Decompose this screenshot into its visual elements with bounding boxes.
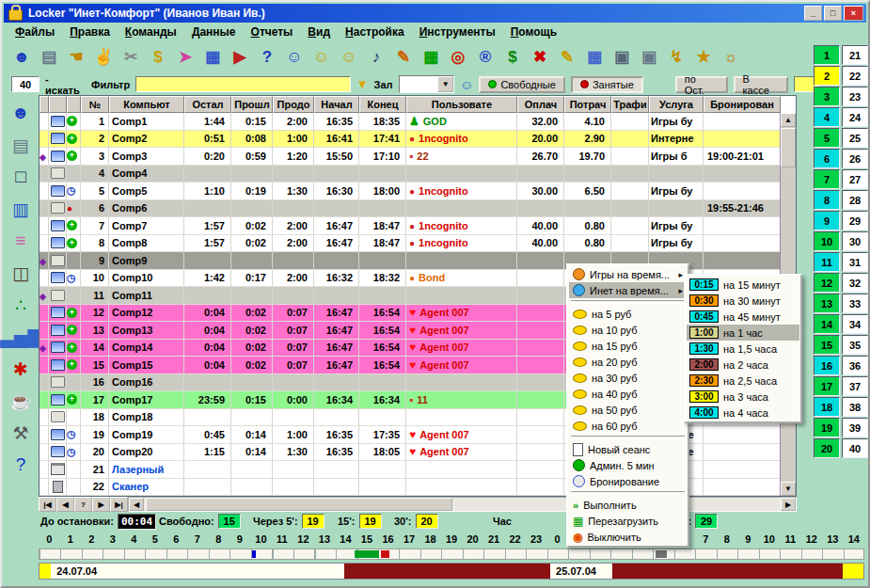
computer-cell[interactable]: 16 [814, 356, 840, 375]
run-icon[interactable]: ▶ [229, 46, 250, 69]
free-computers-button[interactable]: Свободные [479, 76, 564, 93]
cup-icon[interactable]: ☕ [7, 389, 35, 413]
chart-icon[interactable]: ▃▅▇ [7, 325, 35, 349]
computer-cell[interactable]: 35 [842, 335, 868, 355]
computer-cell[interactable]: 14 [814, 314, 840, 334]
computer-cell[interactable]: 1 [814, 45, 840, 65]
computer-cell[interactable]: 20 [814, 438, 840, 458]
table-row[interactable]: 1 Comp1 1:44 0:15 2:00 16:35 18:35 GOD 3… [40, 113, 781, 131]
column-header[interactable]: Пользовате [406, 96, 517, 113]
computer-cell[interactable]: 33 [842, 294, 868, 313]
scissors-icon[interactable]: ✂ [120, 46, 141, 69]
submenu-item[interactable]: 1:00 на 1 час [687, 325, 799, 341]
computer-cell[interactable]: 30 [842, 231, 868, 251]
menu-item[interactable]: Отчеты [244, 24, 301, 40]
computer-cell[interactable]: 6 [814, 149, 840, 168]
table-row[interactable]: 3 Comp3 0:20 0:59 1:20 15:50 17:10 22 26… [40, 148, 781, 166]
menu-item[interactable]: Правка [62, 24, 118, 40]
context-menu-item[interactable]: Новый сеанс [569, 441, 687, 457]
scroll-right-icon[interactable]: ▶ [781, 498, 796, 511]
computer-cell[interactable]: 9 [814, 211, 840, 230]
computer-cell[interactable]: 32 [842, 273, 868, 293]
menu-item[interactable]: Настройка [338, 24, 412, 40]
computer-cell[interactable]: 7 [814, 169, 840, 189]
busy-computers-button[interactable]: Занятые [571, 76, 643, 93]
context-menu-item[interactable]: на 30 руб [569, 370, 687, 386]
column-header[interactable]: Услуга [649, 96, 704, 113]
victory-hand-icon[interactable]: ✌ [93, 46, 114, 69]
computer-cell[interactable]: 12 [814, 273, 840, 293]
menu-item[interactable]: Файлы [8, 24, 62, 40]
column-header[interactable]: № [81, 96, 109, 113]
context-menu-item[interactable]: Перезагрузить [569, 513, 687, 529]
context-menu-item[interactable]: на 20 руб [569, 354, 687, 370]
money-icon[interactable]: $ [502, 46, 523, 69]
network-icon[interactable]: ∴ [7, 293, 35, 317]
context-menu-item[interactable]: на 50 руб [569, 402, 687, 418]
submenu-item[interactable]: 0:30 на 30 минут [687, 293, 799, 309]
coins-icon[interactable]: $ [148, 46, 168, 69]
flowchart-icon[interactable]: ≡ [7, 229, 35, 253]
column-header[interactable]: Начал [314, 96, 359, 113]
registered-icon[interactable]: ® [475, 46, 496, 69]
nav-button[interactable]: ▶| [110, 497, 128, 512]
menu-item[interactable]: Помощь [503, 24, 564, 40]
by-remaining-button[interactable]: по Ост. [675, 76, 728, 93]
menu-item[interactable]: Вид [300, 24, 338, 40]
filter-input[interactable] [135, 76, 351, 92]
scroll-down-icon[interactable]: ▼ [781, 482, 796, 496]
scroll-left-icon[interactable]: ◀ [129, 498, 144, 511]
ticket-icon[interactable]: ✎ [557, 46, 577, 69]
submenu-item[interactable]: 0:15 на 15 минут [687, 277, 799, 293]
nav-button[interactable]: ? [74, 497, 92, 512]
hscroll-thumb[interactable] [146, 498, 452, 511]
column-header[interactable]: Продо [273, 96, 314, 113]
computer-cell[interactable]: 40 [842, 438, 868, 458]
computer-cell[interactable]: 38 [842, 397, 868, 417]
in-cash-button[interactable]: В кассе [734, 76, 788, 93]
context-menu-item[interactable]: на 15 руб [569, 338, 687, 354]
speaker-icon[interactable]: ♪ [366, 46, 387, 69]
column-header[interactable]: Конец [359, 96, 406, 113]
table-row[interactable]: 6 Comp6 19:55-21:46 [40, 200, 781, 218]
computer-cell[interactable]: 8 [814, 190, 840, 210]
context-menu-item[interactable]: Выполнить [569, 497, 687, 513]
submenu-item[interactable]: 4:00 на 4 часа [687, 405, 799, 421]
computer-cell[interactable]: 2 [814, 66, 840, 86]
column-header[interactable]: Трафи [611, 96, 649, 113]
dart-icon[interactable]: ➤ [175, 46, 196, 69]
computer-cell[interactable]: 25 [842, 128, 868, 148]
column-header[interactable] [67, 96, 81, 113]
minimize-button[interactable]: _ [804, 6, 822, 21]
computer-icon[interactable]: □ [7, 165, 35, 189]
sun-icon[interactable]: ☼ [720, 46, 741, 69]
context-menu-item[interactable]: Админ. 5 мин [569, 457, 687, 473]
table-row[interactable]: 7 Comp7 1:57 0:02 2:00 16:47 18:47 1ncog… [40, 217, 781, 235]
chevron-down-icon[interactable]: ▼ [437, 76, 453, 92]
alarm-icon[interactable]: ✱ [7, 357, 35, 381]
context-menu-item[interactable]: Игры на время...▸ [569, 266, 687, 282]
devices-icon[interactable]: ▤ [7, 133, 35, 157]
submenu-item[interactable]: 3:00 на 3 часа [687, 389, 799, 405]
submenu-item[interactable]: 2:30 на 2,5 часа [687, 373, 799, 389]
computer-cell[interactable]: 18 [814, 397, 840, 417]
timeline-ruler[interactable] [39, 548, 864, 560]
cash-register-icon[interactable]: ▥ [7, 197, 35, 221]
submenu-item[interactable]: 2:00 на 2 часа [687, 357, 799, 373]
scroll-thumb[interactable] [781, 128, 796, 167]
table-row[interactable]: 8 Comp8 1:57 0:02 2:00 16:47 18:47 1ncog… [40, 235, 781, 253]
users-panel-icon[interactable]: ☻ [7, 101, 35, 125]
computer-cell[interactable]: 34 [842, 314, 868, 334]
users-icon[interactable]: ☻ [11, 46, 32, 69]
context-menu-item[interactable]: Бронирование [569, 473, 687, 489]
computer-cell[interactable]: 15 [814, 335, 840, 355]
nav-button[interactable]: ◀ [56, 497, 74, 512]
computer-cell[interactable]: 27 [842, 169, 868, 189]
delete-icon[interactable]: ✖ [530, 46, 550, 69]
power-icon[interactable]: ◎ [448, 46, 468, 69]
computer-cell[interactable]: 10 [814, 231, 840, 251]
computer-cell[interactable]: 31 [842, 252, 868, 272]
column-header[interactable] [49, 96, 67, 113]
tools-icon[interactable]: ⚒ [7, 421, 35, 445]
scroll-up-icon[interactable]: ▲ [781, 113, 796, 127]
